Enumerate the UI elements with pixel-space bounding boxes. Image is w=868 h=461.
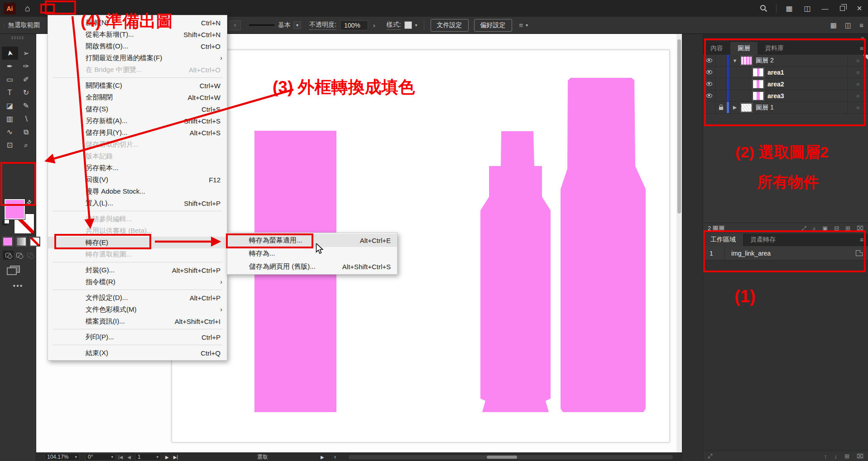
artboard-number-dropdown[interactable]: 1 ▾ [135, 453, 161, 461]
delete-artboard-icon[interactable]: ⌧ [857, 453, 863, 460]
layer-row-area1[interactable]: area1 ○ [703, 67, 868, 78]
curvature-tool[interactable]: ✑ [18, 60, 34, 73]
status-play-icon[interactable]: ▶ [321, 455, 324, 460]
shape-area2[interactable] [480, 131, 551, 412]
layer-row-area2[interactable]: area2 ○ [703, 78, 868, 90]
make-clipping-mask-icon[interactable]: ▣ [822, 225, 828, 232]
tab-layers[interactable]: 圖層 [730, 42, 758, 55]
artboard-row[interactable]: 1 img_link_area [703, 246, 868, 261]
last-artboard-icon[interactable]: ▶| [173, 455, 178, 460]
collect-for-export-icon[interactable]: ⤢ [801, 225, 806, 232]
object-thumbnail[interactable] [753, 80, 764, 89]
width-tool[interactable]: ∿ [2, 125, 18, 138]
file-menu-item[interactable]: 邀請參與編輯... [48, 213, 227, 225]
rotation-dropdown[interactable]: 0° ▾ [85, 453, 116, 461]
previous-artboard-icon[interactable]: ◀ [127, 455, 131, 460]
lock-cell[interactable] [716, 67, 727, 78]
minimize-button[interactable]: — [816, 0, 834, 17]
target-circle-icon[interactable]: ○ [847, 67, 868, 78]
object-name[interactable]: area1 [767, 69, 784, 76]
lock-cell[interactable] [716, 55, 727, 66]
layer-row-layer2[interactable]: ▼ 圖層 2 ○ [703, 55, 868, 67]
artboard-tool[interactable]: ⊡ [2, 138, 18, 152]
file-menu-item[interactable]: 版本記錄 [48, 150, 227, 162]
swap-fill-stroke-icon[interactable]: ⇄ [24, 198, 34, 207]
new-artboard-icon[interactable]: ⊞ [844, 453, 849, 460]
none-mode-button[interactable] [30, 237, 40, 246]
lock-cell[interactable] [716, 90, 727, 101]
file-menu-item[interactable]: 檔案資訊(I)... Alt+Shift+Ctrl+I [48, 315, 227, 327]
direct-selection-tool[interactable]: ➢ [18, 47, 34, 60]
edit-toolbar-icon[interactable]: ••• [0, 282, 36, 290]
tab-libraries[interactable]: 資料庫 [758, 42, 791, 55]
file-menu-item[interactable]: 轉存選取範圍... [48, 248, 227, 260]
eyedropper-tool[interactable]: ∖ [18, 112, 34, 125]
object-thumbnail[interactable] [753, 91, 764, 100]
file-menu-item[interactable]: 另存新檔(A)... Shift+Ctrl+S [48, 115, 227, 127]
panel-menu-icon[interactable]: ≡ [860, 236, 863, 243]
shape-area3[interactable] [561, 78, 646, 412]
tab-properties[interactable]: 內容 [703, 42, 730, 55]
file-menu-item[interactable]: 封裝(G)... Alt+Shift+Ctrl+P [48, 264, 227, 276]
lock-cell[interactable] [716, 102, 727, 113]
collapse-panels-icon[interactable]: » [861, 34, 864, 42]
layer-name[interactable]: 圖層 2 [756, 57, 774, 65]
draw-normal-button[interactable] [3, 251, 14, 260]
opacity-input[interactable]: 100% [340, 20, 368, 30]
file-menu-item[interactable]: 轉存(E) [48, 237, 227, 248]
export-submenu-item[interactable]: 儲存為網頁用 (舊版)... Alt+Shift+Ctrl+S [227, 260, 397, 273]
style-label[interactable]: 樣式: [387, 21, 401, 30]
file-menu-item[interactable]: 指令檔(R) › [48, 276, 227, 288]
preferences-button[interactable]: 偏好設定 [474, 19, 512, 32]
file-menu-item[interactable]: 在 Bridge 中瀏覽... Alt+Ctrl+O [48, 64, 227, 76]
target-circle-icon[interactable]: ○ [847, 78, 868, 90]
stroke-style-dropdown[interactable]: 基本 ▾ [278, 21, 301, 29]
object-name[interactable]: area3 [767, 92, 784, 100]
color-mode-button[interactable] [3, 237, 13, 246]
layer-row-area3[interactable]: area3 ○ [703, 90, 868, 102]
default-fill-stroke-icon[interactable] [2, 221, 7, 225]
lock-cell[interactable] [716, 78, 727, 90]
horizontal-scrollbar-thumb[interactable] [487, 456, 517, 459]
touch-workspace-icon[interactable]: ⌗ [519, 21, 523, 29]
close-button[interactable]: × [851, 0, 868, 17]
visibility-cell[interactable] [703, 102, 716, 113]
new-sublayer-icon[interactable]: ⊟ [834, 225, 839, 232]
file-menu-item[interactable]: 共用以供審核 (Beta)... [48, 225, 227, 237]
layer-thumbnail[interactable] [741, 103, 752, 112]
tab-asset-export[interactable]: 資產轉存 [743, 233, 783, 246]
fill-dropdown[interactable]: ▾ [229, 20, 241, 30]
delete-layer-icon[interactable]: ⌧ [857, 225, 863, 232]
menu-file[interactable] [42, 5, 53, 12]
visibility-cell[interactable] [703, 67, 716, 78]
file-menu-item[interactable]: 文件設定(D)... Alt+Ctrl+P [48, 292, 227, 304]
gradient-tool[interactable]: ▥ [2, 112, 18, 125]
file-menu-item[interactable]: 另存範本... [48, 162, 227, 174]
toolbar-grip-icon[interactable]: ‖‖‖‖‖ [0, 34, 36, 40]
panel-layout-icon[interactable]: ◫ [845, 21, 851, 29]
pen-tool[interactable]: ✒ [2, 60, 18, 73]
next-artboard-icon[interactable]: ▶ [165, 455, 169, 460]
zoom-tool[interactable]: ⌕ [18, 138, 34, 152]
arrange-documents-icon[interactable]: ◫ [798, 4, 816, 13]
file-menu-item[interactable]: 打開最近使用過的檔案(F) › [48, 52, 227, 64]
layer-name[interactable]: 圖層 1 [756, 104, 774, 112]
workspace-switcher-icon[interactable]: ▦ [780, 4, 798, 13]
file-menu-item[interactable]: 儲存(S) Ctrl+S [48, 103, 227, 115]
target-circle-icon[interactable]: ○ [847, 90, 868, 101]
paintbrush-tool[interactable]: ✐ [18, 73, 34, 86]
draw-inside-button[interactable] [24, 251, 35, 260]
file-menu-item[interactable]: 開啟舊檔(O)... Ctrl+O [48, 40, 227, 52]
eraser-tool[interactable]: ◪ [2, 99, 18, 112]
hamburger-menu-icon[interactable]: ≡ [859, 21, 863, 29]
panel-menu-icon[interactable]: ≡ [860, 45, 863, 52]
artboard-name[interactable]: img_link_area [725, 250, 771, 257]
status-collapse-icon[interactable]: ‹ [334, 454, 336, 460]
object-thumbnail[interactable] [753, 68, 764, 77]
draw-behind-button[interactable] [14, 251, 24, 260]
new-layer-icon[interactable]: ⊞ [845, 225, 850, 232]
tab-artboards[interactable]: 工作區域 [703, 233, 743, 246]
selection-tool[interactable]: ➤ [2, 47, 18, 60]
opacity-label[interactable]: 不透明度: [309, 21, 336, 30]
visibility-cell[interactable] [703, 78, 716, 90]
